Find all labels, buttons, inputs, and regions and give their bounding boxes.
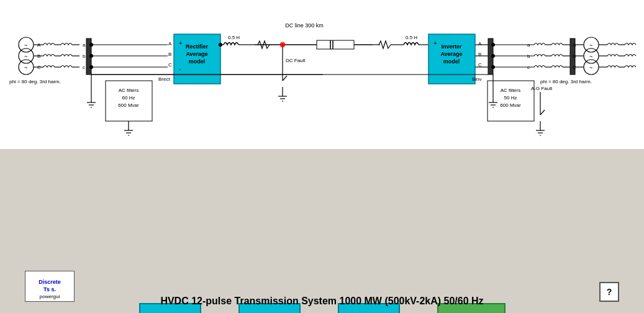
- footer-title: HVDC 12-pulse Transmission System 1000 M…: [160, 296, 483, 307]
- svg-point-132: [89, 54, 93, 58]
- svg-text:B: B: [478, 52, 481, 57]
- svg-text:model: model: [189, 58, 206, 65]
- svg-text:Brect: Brect: [158, 76, 170, 82]
- svg-text:model: model: [443, 58, 460, 65]
- svg-text:AC filters: AC filters: [119, 88, 138, 93]
- svg-text:a: a: [527, 42, 530, 48]
- footer-area: HVDC 12-pulse Transmission System 1000 M…: [0, 296, 644, 307]
- svg-rect-59: [317, 40, 354, 49]
- svg-text:A-G Fault: A-G Fault: [531, 86, 553, 91]
- circuit-diagram: DC line 300 km ~ ~ ~: [0, 0, 644, 149]
- svg-text:~: ~: [589, 53, 592, 60]
- svg-text:b: b: [83, 53, 86, 59]
- svg-point-137: [281, 43, 284, 47]
- svg-text:phi = 80 deg.  3rd harm.: phi = 80 deg. 3rd harm.: [540, 79, 592, 84]
- svg-text:Average: Average: [440, 51, 462, 57]
- svg-text:A: A: [37, 42, 41, 48]
- svg-text:0.5 H: 0.5 H: [406, 35, 417, 40]
- svg-text:B: B: [37, 53, 40, 59]
- powergui-text: Discrete Ts s.: [39, 279, 61, 293]
- svg-text:~: ~: [24, 53, 27, 60]
- diagram-area: 500kV, 60 Hz 5000 MVA equivalent 345kV, …: [0, 0, 644, 149]
- svg-text:60 Hz: 60 Hz: [122, 95, 135, 101]
- svg-text:600 Mvar: 600 Mvar: [500, 102, 521, 108]
- svg-text:B: B: [168, 52, 171, 57]
- svg-text:+: +: [179, 40, 183, 47]
- main-container: 500kV, 60 Hz 5000 MVA equivalent 345kV, …: [0, 0, 644, 313]
- question-button[interactable]: ?: [599, 282, 619, 302]
- svg-point-136: [491, 65, 495, 69]
- svg-text:-: -: [179, 66, 181, 73]
- svg-text:+: +: [433, 40, 437, 47]
- dc-line-label: DC line 300 km: [285, 22, 324, 29]
- svg-text:phi = 80 deg.  3rd harm.: phi = 80 deg. 3rd harm.: [9, 79, 61, 84]
- svg-text:~: ~: [24, 42, 27, 48]
- svg-text:Binv: Binv: [472, 76, 482, 82]
- svg-text:~: ~: [589, 65, 592, 71]
- svg-text:C: C: [168, 62, 172, 68]
- powergui-sublabel: powergui: [40, 294, 60, 299]
- svg-text:50 Hz: 50 Hz: [504, 95, 517, 101]
- svg-text:~: ~: [589, 42, 592, 48]
- svg-text:0.5 H: 0.5 H: [228, 35, 240, 40]
- svg-text:b: b: [527, 53, 530, 59]
- svg-point-135: [491, 54, 495, 58]
- svg-point-134: [491, 43, 495, 47]
- svg-text:A: A: [168, 41, 172, 47]
- powergui-box[interactable]: Discrete Ts s. powergui: [25, 271, 75, 302]
- svg-text:a: a: [83, 42, 86, 48]
- svg-point-131: [89, 43, 93, 47]
- svg-text:~: ~: [24, 65, 27, 71]
- svg-text:Inverter: Inverter: [441, 43, 462, 50]
- svg-point-130: [219, 43, 222, 47]
- svg-text:c: c: [83, 65, 85, 70]
- svg-text:A: A: [478, 41, 482, 47]
- svg-point-133: [89, 65, 93, 69]
- svg-text:Average: Average: [186, 51, 207, 57]
- svg-text:c: c: [527, 65, 530, 70]
- bottom-area: Pole Control and Protection RectifierCon…: [0, 149, 644, 313]
- svg-text:C: C: [37, 65, 41, 70]
- svg-text:Rectifier: Rectifier: [186, 43, 209, 50]
- svg-text:600 Mvar: 600 Mvar: [118, 102, 139, 108]
- svg-text:DC Fault: DC Fault: [286, 58, 306, 63]
- svg-text:AC filters: AC filters: [501, 88, 520, 93]
